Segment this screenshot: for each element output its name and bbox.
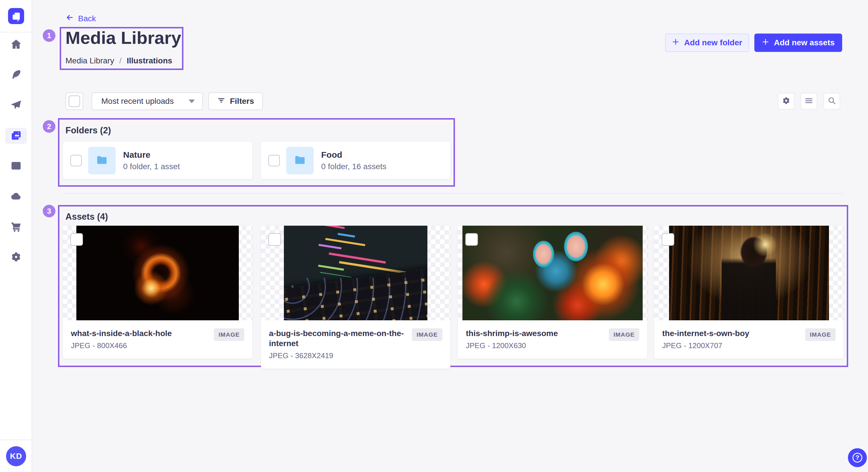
breadcrumb-separator: / bbox=[119, 56, 122, 65]
folder-card-food[interactable]: Food 0 folder, 16 assets bbox=[261, 142, 451, 179]
gear-icon bbox=[10, 251, 22, 264]
sidebar-item-marketplace[interactable] bbox=[5, 219, 27, 235]
asset-meta: JPEG - 3628X2419 bbox=[269, 351, 406, 360]
cart-icon bbox=[10, 221, 22, 233]
add-new-assets-label: Add new assets bbox=[774, 38, 835, 47]
select-all-checkbox[interactable] bbox=[69, 96, 80, 107]
media-library-icon bbox=[10, 130, 22, 142]
folder-text: Nature 0 folder, 1 asset bbox=[123, 150, 180, 171]
sidebar-item-home[interactable] bbox=[5, 37, 27, 53]
help-button[interactable]: ? bbox=[848, 448, 867, 467]
folder-checkbox[interactable] bbox=[70, 155, 82, 166]
assets-heading: Assets (4) bbox=[65, 212, 108, 222]
sidebar-footer: KD bbox=[0, 440, 32, 472]
layout-icon bbox=[10, 160, 22, 173]
folder-meta: 0 folder, 1 asset bbox=[123, 162, 180, 171]
code-laptop-image bbox=[284, 226, 427, 320]
asset-checkbox[interactable] bbox=[662, 233, 674, 246]
folder-card-nature[interactable]: Nature 0 folder, 1 asset bbox=[63, 142, 252, 179]
breadcrumb: Media Library / Illustrations bbox=[65, 56, 172, 65]
annotation-badge-2: 2 bbox=[43, 120, 55, 133]
section-divider bbox=[63, 193, 843, 194]
app-logo-wrap bbox=[0, 0, 32, 32]
black-hole-image bbox=[76, 226, 239, 320]
folder-meta: 0 folder, 16 assets bbox=[321, 162, 386, 171]
asset-thumbnail bbox=[63, 226, 252, 320]
filter-icon bbox=[217, 96, 225, 106]
folder-tile bbox=[286, 147, 314, 174]
add-new-assets-button[interactable]: Add new assets bbox=[754, 34, 842, 52]
asset-type-badge: IMAGE bbox=[805, 328, 836, 341]
asset-checkbox[interactable] bbox=[465, 233, 478, 246]
folder-tile bbox=[88, 147, 116, 174]
asset-title: this-shrimp-is-awesome bbox=[466, 328, 602, 338]
logo-triangle bbox=[17, 20, 20, 22]
add-new-folder-label: Add new folder bbox=[684, 38, 742, 47]
shrimp-image bbox=[462, 226, 643, 320]
sidebar-item-media-library[interactable] bbox=[5, 128, 27, 144]
breadcrumb-current: Illustrations bbox=[127, 56, 172, 65]
select-all-tile[interactable] bbox=[65, 92, 83, 110]
asset-checkbox[interactable] bbox=[268, 233, 281, 246]
filters-label: Filters bbox=[230, 97, 254, 106]
breadcrumb-root[interactable]: Media Library bbox=[65, 56, 114, 65]
feather-icon bbox=[10, 69, 22, 81]
asset-info: a-bug-is-becoming-a-meme-on-the-internet… bbox=[261, 320, 451, 369]
folder-name: Nature bbox=[123, 150, 180, 160]
cloud-icon bbox=[10, 191, 22, 203]
asset-checkbox[interactable] bbox=[70, 233, 83, 246]
logo-mark bbox=[12, 12, 20, 20]
sidebar-item-releases[interactable] bbox=[5, 98, 27, 113]
asset-card-shrimp[interactable]: this-shrimp-is-awesome JPEG - 1200X630 I… bbox=[458, 226, 647, 359]
asset-title: the-internet-s-own-boy bbox=[662, 328, 799, 338]
asset-thumbnail bbox=[654, 226, 844, 320]
sort-value: Most recent uploads bbox=[101, 97, 174, 106]
asset-card-bug-meme[interactable]: a-bug-is-becoming-a-meme-on-the-internet… bbox=[261, 226, 451, 369]
plus-icon bbox=[762, 38, 769, 47]
asset-card-black-hole[interactable]: what-s-inside-a-black-hole JPEG - 800X46… bbox=[63, 226, 252, 359]
add-new-folder-button[interactable]: Add new folder bbox=[665, 34, 749, 52]
settings-view-button[interactable] bbox=[778, 93, 795, 109]
asset-info: the-internet-s-own-boy JPEG - 1200X707 I… bbox=[654, 320, 844, 359]
asset-meta: JPEG - 1200X707 bbox=[662, 341, 799, 350]
home-icon bbox=[10, 38, 22, 51]
user-avatar[interactable]: KD bbox=[6, 446, 26, 466]
arrow-left-icon bbox=[65, 13, 74, 24]
search-button[interactable] bbox=[824, 93, 840, 109]
sidebar-nav bbox=[0, 37, 32, 266]
filters-button[interactable]: Filters bbox=[208, 92, 263, 110]
page-title: Media Library bbox=[65, 28, 181, 48]
asset-thumbnail bbox=[458, 226, 647, 320]
sidebar-item-content-type-builder[interactable] bbox=[5, 158, 27, 174]
folders-heading: Folders (2) bbox=[65, 125, 111, 136]
chevron-down-icon bbox=[189, 100, 195, 103]
logo-triangle bbox=[12, 12, 15, 15]
strapi-logo-icon[interactable] bbox=[8, 8, 24, 24]
asset-meta: JPEG - 800X466 bbox=[71, 341, 208, 350]
back-label: Back bbox=[78, 14, 96, 23]
asset-info: this-shrimp-is-awesome JPEG - 1200X630 I… bbox=[458, 320, 647, 359]
asset-title: what-s-inside-a-black-hole bbox=[71, 328, 208, 338]
asset-meta: JPEG - 1200X630 bbox=[466, 341, 602, 350]
folder-name: Food bbox=[321, 150, 386, 160]
asset-type-badge: IMAGE bbox=[214, 328, 244, 341]
folder-icon bbox=[293, 154, 307, 168]
annotation-badge-1: 1 bbox=[43, 29, 55, 42]
annotation-badge-3: 3 bbox=[43, 205, 55, 217]
sort-dropdown[interactable]: Most recent uploads bbox=[92, 92, 203, 110]
gear-icon bbox=[782, 96, 791, 106]
asset-thumbnail bbox=[261, 226, 451, 320]
paper-plane-icon bbox=[10, 99, 22, 112]
list-view-button[interactable] bbox=[801, 93, 817, 109]
asset-title: a-bug-is-becoming-a-meme-on-the-internet bbox=[269, 328, 406, 348]
folder-checkbox[interactable] bbox=[268, 155, 280, 166]
sidebar-item-cloud[interactable] bbox=[5, 189, 27, 205]
asset-info: what-s-inside-a-black-hole JPEG - 800X46… bbox=[63, 320, 252, 359]
asset-card-internets-own-boy[interactable]: the-internet-s-own-boy JPEG - 1200X707 I… bbox=[654, 226, 844, 359]
back-link[interactable]: Back bbox=[65, 13, 96, 24]
sidebar-item-settings[interactable] bbox=[5, 249, 27, 266]
sidebar-item-content-manager[interactable] bbox=[5, 67, 27, 83]
asset-type-badge: IMAGE bbox=[412, 328, 442, 341]
library-portrait-image bbox=[669, 226, 829, 320]
list-view-icon bbox=[804, 96, 813, 106]
